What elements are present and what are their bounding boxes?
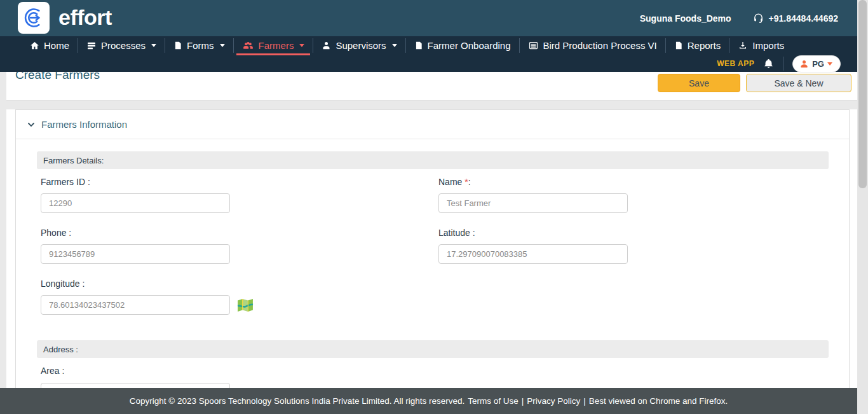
effort-logo-icon xyxy=(22,6,45,29)
name-label-colon: : xyxy=(468,177,471,187)
user-avatar-icon xyxy=(799,59,809,69)
file-icon xyxy=(173,41,182,50)
area-label: Area : xyxy=(41,366,64,376)
farmers-details-group-header: Farmers Details: xyxy=(37,151,829,169)
nav-item-reports[interactable]: Reports xyxy=(666,36,729,55)
farmers-group-icon xyxy=(242,41,254,51)
name-input[interactable] xyxy=(438,193,628,213)
collapse-chevron-icon xyxy=(27,120,36,129)
section-title: Farmers Information xyxy=(41,119,127,130)
list-card-icon xyxy=(528,41,539,50)
farmers-information-header[interactable]: Farmers Information xyxy=(16,110,849,139)
address-group-header: Address : xyxy=(37,340,829,358)
chevron-down-icon xyxy=(827,62,832,66)
support-phone: +91.84484.44692 xyxy=(769,13,838,24)
latitude-label: Latitude : xyxy=(438,228,475,238)
name-label-text: Name xyxy=(438,177,462,187)
browser-note: Best viewed on Chrome and Firefox. xyxy=(589,396,728,406)
effort-logo[interactable] xyxy=(18,2,50,34)
nav-label: Forms xyxy=(187,40,214,51)
active-underline xyxy=(236,53,311,55)
vertical-scrollbar[interactable] xyxy=(857,0,868,414)
file-icon xyxy=(674,41,683,50)
scrollbar-thumb[interactable] xyxy=(858,0,867,188)
app-window: effort Suguna Foods_Demo +91.84484.44692… xyxy=(0,0,868,414)
download-icon xyxy=(738,41,748,50)
name-label: Name *: xyxy=(438,177,471,187)
org-name: Suguna Foods_Demo xyxy=(640,13,731,24)
main-content: Farmers Information Farmers Details: Far… xyxy=(6,109,857,414)
terms-of-use-link[interactable]: Terms of Use xyxy=(468,396,519,406)
brand-name: effort xyxy=(58,5,112,30)
nav-label: Processes xyxy=(101,40,146,51)
chevron-down-icon xyxy=(392,44,397,47)
nav-item-home[interactable]: Home xyxy=(22,36,78,55)
nav-label: Farmer Onboarding xyxy=(428,40,511,51)
latitude-input[interactable] xyxy=(438,244,628,264)
nav-label: Reports xyxy=(688,40,721,51)
copyright-text: Copyright © 2023 Spoors Technology Solut… xyxy=(130,396,465,406)
person-icon xyxy=(322,41,331,50)
nav-label: Farmers xyxy=(259,40,294,51)
file-icon xyxy=(414,41,423,50)
footer-separator: | xyxy=(583,396,586,406)
longitude-input[interactable] xyxy=(41,295,230,315)
web-app-label: WEB APP xyxy=(717,59,754,68)
nav-label: Supervisors xyxy=(336,40,386,51)
phone-label: Phone : xyxy=(41,228,71,238)
chevron-down-icon xyxy=(220,44,225,47)
user-initials: PG xyxy=(812,59,824,69)
nav-item-processes[interactable]: Processes xyxy=(78,36,165,55)
nav-item-bird-production[interactable]: Bird Production Process VI xyxy=(520,36,665,55)
nav-label: Imports xyxy=(752,40,784,51)
save-and-new-button[interactable]: Save & New xyxy=(746,74,851,92)
chevron-down-icon xyxy=(299,44,304,47)
nav-divider xyxy=(783,57,783,71)
main-navbar: Home Processes Forms Farmers xyxy=(0,36,857,72)
nav-item-imports[interactable]: Imports xyxy=(729,36,792,55)
nav-label: Home xyxy=(44,40,69,51)
processes-icon xyxy=(86,41,97,51)
chevron-down-icon xyxy=(151,44,156,47)
farmers-id-label: Farmers ID : xyxy=(41,177,90,187)
nav-item-supervisors[interactable]: Supervisors xyxy=(313,36,405,55)
user-menu-button[interactable]: PG xyxy=(792,55,841,72)
longitude-label: Longitude : xyxy=(41,279,85,289)
home-icon xyxy=(30,41,39,50)
page-title-band: Create Farmers Save Save & New xyxy=(6,72,857,100)
map-picker-icon[interactable] xyxy=(237,297,254,314)
save-button[interactable]: Save xyxy=(658,74,740,92)
farmers-information-card: Farmers Information Farmers Details: Far… xyxy=(15,109,850,413)
headset-icon xyxy=(753,13,764,24)
notifications-bell-icon[interactable] xyxy=(763,58,774,69)
privacy-policy-link[interactable]: Privacy Policy xyxy=(527,396,580,406)
nav-label: Bird Production Process VI xyxy=(543,40,657,51)
footer-separator: | xyxy=(522,396,524,406)
phone-input[interactable] xyxy=(41,244,230,264)
nav-item-farmer-onboarding[interactable]: Farmer Onboarding xyxy=(406,36,519,55)
nav-item-forms[interactable]: Forms xyxy=(165,36,233,55)
footer: Copyright © 2023 Spoors Technology Solut… xyxy=(0,388,857,414)
nav-item-farmers[interactable]: Farmers xyxy=(234,36,313,55)
farmers-id-input[interactable] xyxy=(41,193,230,213)
top-header: effort Suguna Foods_Demo +91.84484.44692 xyxy=(0,0,857,36)
